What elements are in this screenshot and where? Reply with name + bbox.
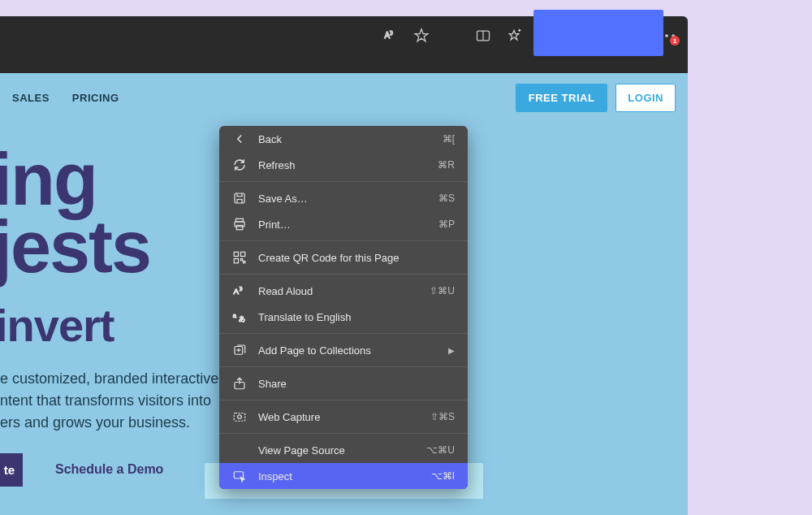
translate-icon: aあ — [232, 309, 247, 324]
inspect-icon — [232, 469, 247, 483]
menu-label: Web Capture — [258, 411, 419, 423]
read-aloud-icon[interactable]: A)) — [382, 28, 399, 44]
schedule-demo-link[interactable]: Schedule a Demo — [55, 462, 163, 477]
collections-icon — [232, 343, 247, 357]
menu-label: View Page Source — [258, 444, 415, 457]
menu-label: Back — [258, 133, 431, 145]
login-button[interactable]: LOGIN — [615, 84, 676, 112]
site-nav: SALES PRICING FREE TRIAL LOGIN — [0, 73, 688, 122]
menu-shortcut: ⌘[ — [443, 133, 455, 145]
back-icon — [232, 132, 247, 146]
svg-text:)): )) — [390, 30, 393, 35]
menu-shortcut: ⇧⌘U — [430, 285, 455, 296]
read-icon: A)) — [232, 283, 247, 298]
menu-shortcut: ⌥⌘U — [426, 444, 455, 456]
svg-text:あ: あ — [239, 315, 245, 322]
menu-label: Share — [258, 378, 443, 390]
split-screen-icon[interactable] — [475, 28, 491, 44]
menu-label: Read Aloud — [258, 285, 418, 297]
qr-icon — [232, 250, 247, 265]
menu-label: Inspect — [258, 470, 420, 483]
context-menu: Back⌘[Refresh⌘RSave As…⌘SPrint…⌘PCreate … — [219, 126, 468, 489]
menu-shortcut: ⇧⌘S — [430, 411, 455, 422]
hero-body: e customized, branded interactive ntent … — [0, 368, 219, 434]
submenu-arrow-icon: ▶ — [448, 346, 455, 355]
menu-shortcut: ⌘R — [438, 159, 455, 171]
menu-item-refresh[interactable]: Refresh⌘R — [219, 152, 468, 178]
menu-label: Add Page to Collections — [258, 344, 437, 357]
menu-item-add-page-to-collections[interactable]: Add Page to Collections▶ — [219, 337, 468, 363]
svg-text:a: a — [233, 312, 237, 319]
menu-item-print[interactable]: Print…⌘P — [219, 211, 468, 237]
save-icon — [232, 191, 247, 206]
blank-icon — [232, 443, 247, 457]
menu-item-save-as[interactable]: Save As…⌘S — [219, 185, 468, 211]
svg-text:)): )) — [240, 286, 243, 291]
menu-shortcut: ⌥⌘I — [431, 470, 455, 482]
menu-item-share[interactable]: Share — [219, 370, 468, 396]
free-trial-button[interactable]: FREE TRIAL — [516, 84, 608, 112]
menu-shortcut: ⌘P — [438, 219, 455, 230]
svg-rect-12 — [235, 193, 244, 203]
svg-rect-29 — [234, 413, 245, 422]
nav-link-sales[interactable]: SALES — [12, 92, 50, 104]
menu-item-back[interactable]: Back⌘[ — [219, 126, 468, 152]
menu-label: Print… — [258, 219, 427, 231]
refresh-icon — [232, 158, 247, 172]
svg-rect-19 — [241, 259, 243, 261]
menu-item-create-qr-code-for-this-page[interactable]: Create QR Code for this Page — [219, 245, 468, 270]
share-icon — [232, 376, 247, 391]
favorite-star-icon[interactable] — [413, 28, 430, 44]
print-icon — [232, 217, 247, 232]
svg-rect-17 — [241, 252, 245, 256]
svg-rect-20 — [244, 262, 245, 263]
menu-shortcut: ⌘S — [438, 193, 455, 204]
menu-item-view-page-source[interactable]: View Page Source⌥⌘U — [219, 437, 468, 463]
menu-item-read-aloud[interactable]: A))Read Aloud⇧⌘U — [219, 278, 468, 304]
svg-rect-16 — [234, 252, 238, 256]
favorites-icon[interactable] — [506, 28, 522, 44]
svg-rect-18 — [234, 259, 238, 263]
menu-item-translate-to-english[interactable]: aあTranslate to English — [219, 304, 468, 330]
menu-label: Save As… — [258, 193, 427, 205]
capture-icon — [232, 409, 247, 424]
menu-label: Create QR Code for this Page — [258, 252, 443, 264]
notification-badge: 1 — [670, 36, 680, 45]
svg-point-10 — [665, 34, 668, 37]
svg-point-30 — [238, 415, 242, 419]
svg-rect-15 — [236, 226, 243, 230]
nav-link-pricing[interactable]: PRICING — [72, 92, 119, 104]
menu-item-inspect[interactable]: Inspect⌥⌘I — [219, 463, 468, 489]
menu-label: Translate to English — [258, 311, 443, 323]
menu-item-web-capture[interactable]: Web Capture⇧⌘S — [219, 404, 468, 430]
hero-primary-button[interactable]: te — [0, 453, 23, 487]
menu-label: Refresh — [258, 159, 426, 171]
svg-text:A: A — [234, 287, 240, 296]
